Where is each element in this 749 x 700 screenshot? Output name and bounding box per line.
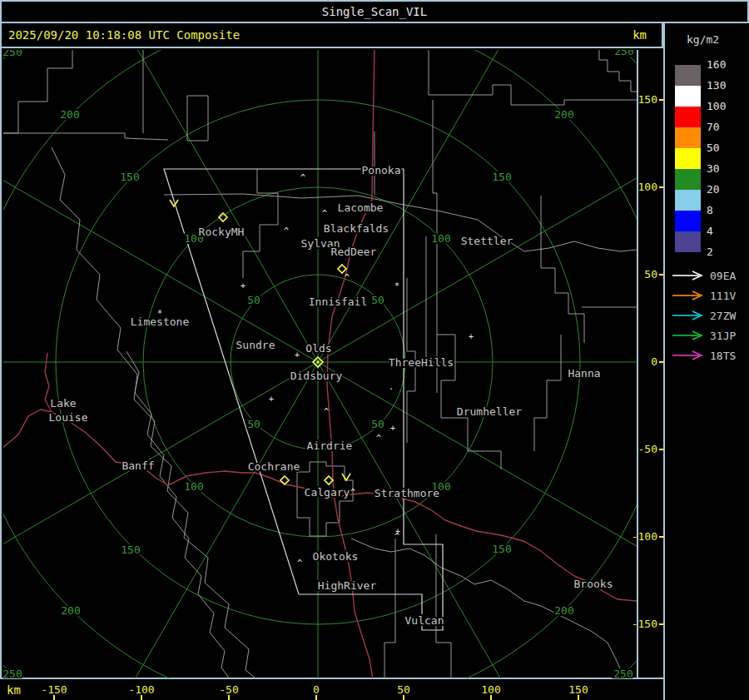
town-marker: ^ [324, 407, 329, 416]
info-bar: 2025/09/20 10:18:08 UTC Composite km [0, 23, 663, 47]
ring-distance-label: 50 [371, 294, 384, 306]
right-axis-label: 100 [638, 181, 657, 193]
city-label-cochrane: Cochrane [248, 460, 300, 473]
city-label-vulcan: Vulcan [405, 614, 444, 627]
storm-track-id: 18TS [710, 350, 736, 362]
right-axis-label: 0 [651, 355, 657, 368]
town-marker: ^ [345, 273, 350, 282]
bottom-axis: km -150-100-50050100150 [0, 681, 663, 700]
county-boundary [541, 196, 584, 343]
right-axis-label: -150 [632, 618, 657, 630]
site-marker [325, 476, 333, 484]
city-label-innisfail: Innisfail [309, 295, 367, 308]
right-axis-unit: km [632, 28, 647, 42]
city-label-drumheller: Drumheller [457, 405, 522, 418]
ring-distance-label: 150 [121, 544, 140, 556]
city-label-reddeer: RedDeer [331, 246, 377, 258]
ring-distance-label: 250 [2, 48, 22, 58]
city-label-olds: Olds [305, 342, 331, 355]
ring-distance-label: 100 [184, 480, 203, 493]
town-marker: + [390, 424, 395, 433]
ring-distance-label: 250 [2, 668, 22, 680]
radial-line [2, 144, 318, 363]
storm-track-id: 09EA [710, 270, 736, 282]
ring-distance-label: 200 [60, 108, 79, 121]
bottom-axis-label: -150 [41, 683, 67, 696]
scale-value-label: 20 [707, 183, 720, 196]
scale-value-label: 100 [707, 100, 726, 112]
scale-color-box [675, 65, 701, 86]
bottom-axis-tick [490, 695, 492, 700]
county-boundary [243, 169, 278, 278]
city-label-calgary: Calgary [305, 486, 350, 499]
town-marker: · [389, 385, 394, 394]
scale-color-box [675, 190, 701, 211]
city-label-lacombe: Lacombe [338, 201, 384, 214]
city-label-okotoks: Okotoks [313, 550, 359, 563]
city-label-louise: Louise [49, 411, 88, 424]
city-label-strathmore: Strathmore [374, 487, 439, 499]
bottom-axis-label: 0 [313, 683, 320, 696]
city-label-threehills: ThreeHills [389, 356, 454, 369]
city-label-didsbury: Didsbury [290, 370, 343, 382]
scale-value-label: 70 [707, 121, 720, 133]
storm-track-arrow-icon [672, 271, 705, 280]
scale-color-box [675, 86, 701, 107]
county-boundary [187, 96, 208, 141]
scale-value-label: 4 [707, 225, 713, 237]
scale-color-box [675, 211, 701, 231]
bottom-axis-tick [578, 695, 579, 700]
ring-distance-label: 200 [61, 604, 80, 617]
scale-color-box [675, 127, 701, 148]
scale-value-label: 30 [707, 162, 720, 175]
right-axis-label: -50 [638, 443, 657, 455]
ring-distance-label: 150 [120, 171, 139, 183]
bottom-axis-tick [403, 695, 404, 700]
ring-distance-label: 200 [554, 604, 573, 617]
storm-track-id: 111V [710, 290, 736, 302]
scale-color-box [675, 169, 701, 190]
town-marker: ^ [300, 173, 305, 182]
county-boundary [384, 539, 395, 680]
map-content: 5050505010010010010015015015015020020020… [2, 48, 665, 681]
legend-panel: kg/m2 16013010070503020842 09EA111V27ZW3… [663, 23, 749, 700]
bottom-axis-tick [141, 695, 142, 700]
county-boundary [534, 335, 561, 451]
storm-track-arrow-icon [672, 350, 705, 360]
storm-track-row: 09EA [672, 270, 736, 281]
city-label-blackfalds: Blackfalds [324, 222, 389, 235]
city-label-hanna: Hanna [568, 367, 600, 380]
town-marker: + [469, 332, 474, 341]
county-boundary [2, 133, 168, 140]
ring-distance-label: 50 [247, 294, 260, 306]
bottom-axis-label: 100 [481, 683, 500, 696]
city-label-ponoka: Ponoka [362, 164, 401, 176]
bottom-axis-tick [228, 695, 230, 700]
scale-unit-label: kg/m2 [687, 33, 719, 46]
radial-line [100, 362, 319, 681]
county-boundary [297, 462, 353, 536]
right-axis-label: 50 [644, 268, 657, 280]
scale-color-box [675, 231, 701, 252]
storm-track-row: 18TS [672, 350, 736, 361]
map-panel: 5050505010010010010015015015015020020020… [0, 47, 663, 679]
town-marker: + [295, 350, 300, 360]
ring-distance-label: 100 [431, 232, 450, 245]
town-marker: ^ [350, 488, 355, 497]
town-marker: * [157, 309, 162, 318]
city-label-sundre: Sundre [236, 339, 275, 351]
ring-distance-label: 50 [371, 418, 384, 430]
town-marker: ^ [284, 226, 289, 236]
storm-track-row: 27ZW [672, 310, 736, 321]
storm-vector-marker [342, 474, 350, 480]
storm-track-id: 31JP [710, 330, 736, 342]
scale-color-box [675, 148, 701, 169]
town-marker: ^ [297, 559, 302, 568]
site-marker [338, 265, 346, 273]
bottom-axis-label: 150 [568, 683, 588, 696]
right-axis-label: 150 [638, 93, 657, 106]
town-marker: ^ [322, 209, 327, 218]
city-label-stettler: Stettler [461, 235, 513, 247]
city-label-rockymh: RockyMH [199, 226, 245, 238]
window-title: Single_Scan_VIL [322, 5, 427, 18]
